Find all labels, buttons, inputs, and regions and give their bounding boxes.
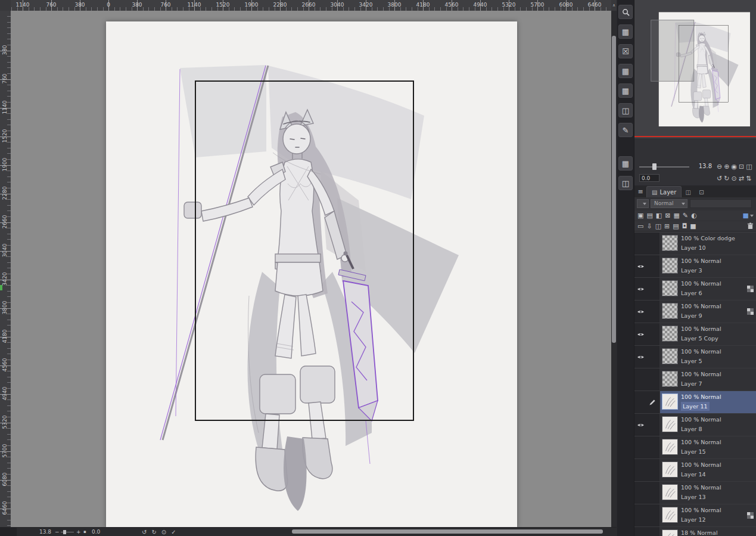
fill-layer-icon[interactable]: ■ xyxy=(690,222,696,230)
layer-row-content[interactable]: 100 % NormalLayer 3 xyxy=(660,255,756,277)
navigator-view-rect[interactable] xyxy=(651,20,694,82)
canvas-paper[interactable] xyxy=(106,21,517,527)
layer-row-content[interactable]: 100 % NormalLayer 7 xyxy=(660,368,756,391)
layer-row-content[interactable]: 100 % NormalLayer 8 xyxy=(660,414,756,436)
palette-tab-2-icon[interactable]: ◫ xyxy=(682,187,695,197)
zoom-reset-icon[interactable]: ◉ xyxy=(731,163,737,171)
flip-horizontal-icon[interactable]: ⇄ xyxy=(739,175,744,182)
zoom-out-icon[interactable]: ⊖ xyxy=(717,163,722,171)
zoom-stop-icon[interactable]: ▪ xyxy=(83,529,86,534)
edit-page-palette-icon[interactable]: ✎ xyxy=(618,123,633,137)
layer-color-icon[interactable]: ■ xyxy=(743,212,754,219)
zoom-out-button[interactable]: − xyxy=(55,529,60,535)
layer-thumbnail[interactable] xyxy=(662,303,678,319)
rotate-cw-icon[interactable]: ↻ xyxy=(151,529,156,535)
fit-canvas-icon[interactable]: ✓ xyxy=(171,529,176,535)
draft-layer-icon[interactable]: ✎ xyxy=(683,212,688,219)
layer-thumbnail[interactable] xyxy=(662,507,678,523)
layer-mask-icon[interactable]: ◧ xyxy=(656,212,662,219)
item-bank-palette-icon[interactable]: ▦ xyxy=(618,24,633,39)
layer-kind-dropdown[interactable] xyxy=(637,199,649,208)
layer-row-content[interactable]: 100 % NormalLayer 13 xyxy=(660,482,756,504)
layer-row[interactable]: 100 % NormalLayer 5 Copy xyxy=(634,323,756,346)
layer-thumbnail[interactable] xyxy=(662,326,678,342)
reset-rotation-icon[interactable]: ⊙ xyxy=(731,175,736,182)
zoom-in-icon[interactable]: ⊕ xyxy=(724,163,729,171)
navigator-zoom-slider[interactable] xyxy=(639,166,689,168)
mask-badge-icon[interactable]: ◘ xyxy=(682,222,687,230)
layer-row[interactable]: 100 % NormalLayer 11 xyxy=(634,391,756,414)
navigator-thumbnail[interactable] xyxy=(650,2,750,134)
layer-visibility-toggle[interactable] xyxy=(634,354,646,360)
layer-thumbnail[interactable] xyxy=(662,484,678,500)
layer-row-content[interactable]: 100 % Color dodgeLayer 10 xyxy=(660,233,756,255)
blend-mode-dropdown[interactable]: Normal xyxy=(651,199,687,208)
selection-launcher-icon[interactable]: ▣ xyxy=(637,212,643,219)
layer-thumbnail[interactable] xyxy=(662,416,678,432)
layer-row[interactable]: 100 % NormalLayer 8 xyxy=(634,414,756,436)
opacity-slider-strip[interactable] xyxy=(690,199,752,208)
layer-row[interactable]: 100 % NormalLayer 14 xyxy=(634,459,756,482)
delete-layer-icon[interactable] xyxy=(747,222,754,230)
canvas-viewport[interactable] xyxy=(11,11,611,527)
layer-visibility-toggle[interactable] xyxy=(634,331,646,337)
layer-row-content[interactable]: 100 % NormalLayer 5 Copy xyxy=(660,323,756,345)
rotate-ccw-icon[interactable]: ↺ xyxy=(717,175,722,182)
layer-row-content[interactable]: 100 % NormalLayer 14 xyxy=(660,459,756,481)
vertical-scrollbar[interactable] xyxy=(611,11,617,527)
layer-row-content[interactable]: 100 % NormalLayer 9 xyxy=(660,300,756,323)
layer-thumbnail[interactable] xyxy=(662,371,678,387)
duplicate-page-palette-icon[interactable]: ◫ xyxy=(618,176,633,190)
grid-palette-icon[interactable]: ▦ xyxy=(618,64,633,78)
layer-thumbnail[interactable] xyxy=(662,280,678,296)
palette-menu-icon[interactable]: ≡ xyxy=(634,188,646,197)
layer-thumbnail[interactable] xyxy=(662,529,678,536)
layer-row[interactable]: 100 % NormalLayer 3 xyxy=(634,255,756,278)
subview-palette-icon[interactable] xyxy=(618,5,633,19)
layer-thumbnail[interactable] xyxy=(662,235,678,251)
layer-visibility-toggle[interactable] xyxy=(634,264,646,269)
layer-thumbnail[interactable] xyxy=(662,439,678,455)
lock-layer-icon[interactable]: ⊠ xyxy=(665,212,670,219)
horizontal-scrollbar-thumb[interactable] xyxy=(292,529,603,534)
actual-pixels-icon[interactable]: ◫ xyxy=(746,163,752,171)
layer-row[interactable]: 100 % NormalLayer 12 xyxy=(634,504,756,527)
layer-row-content[interactable]: 100 % NormalLayer 15 xyxy=(660,436,756,458)
layer-visibility-toggle[interactable] xyxy=(634,309,646,315)
scroll-up-button[interactable]: ∧ xyxy=(611,0,617,11)
navigator-panel[interactable] xyxy=(634,0,756,138)
layer-row[interactable]: 100 % NormalLayer 7 xyxy=(634,368,756,391)
panel-list-icon[interactable]: ▭ xyxy=(637,222,643,230)
combine-copy-icon[interactable]: ◫ xyxy=(655,222,661,230)
layer-thumbnail[interactable] xyxy=(662,348,678,364)
layer-row[interactable]: 100 % NormalLayer 9 xyxy=(634,300,756,323)
layer-visibility-toggle[interactable] xyxy=(634,422,646,428)
tab-layer[interactable]: ▤ Layer xyxy=(646,186,682,197)
navigator-rotation-value[interactable]: 0.0 xyxy=(639,174,659,182)
table-palette-icon[interactable]: ▦ xyxy=(618,156,633,171)
layer-thumbnail[interactable] xyxy=(662,258,678,274)
vertical-scrollbar-thumb[interactable] xyxy=(612,36,616,343)
cell-grid-palette-icon[interactable]: ▦ xyxy=(618,83,633,98)
layer-row[interactable]: 100 % NormalLayer 5 xyxy=(634,346,756,368)
close-box-palette-icon[interactable]: ☒ xyxy=(618,44,633,58)
transfer-down-icon[interactable]: ⇩ xyxy=(646,222,652,230)
layer-row-content[interactable]: 100 % NormalLayer 11 xyxy=(660,391,756,413)
layer-visibility-toggle[interactable] xyxy=(634,286,646,292)
lock-transparent-pixels-icon[interactable]: ▦ xyxy=(673,212,679,219)
zoom-slider-handle[interactable] xyxy=(63,530,66,534)
navigator-zoom-handle[interactable] xyxy=(652,163,657,170)
new-folder-icon[interactable]: ▤ xyxy=(673,222,679,230)
layer-thumbnail[interactable] xyxy=(662,461,678,478)
layer-row-content[interactable]: 18 % Normal xyxy=(660,527,756,536)
layer-row-content[interactable]: 100 % NormalLayer 6 xyxy=(660,278,756,300)
tone-icon[interactable]: ▤ xyxy=(646,212,652,219)
reset-view-icon[interactable]: ⊙ xyxy=(161,529,166,535)
layer-row[interactable]: 100 % Color dodgeLayer 10 xyxy=(634,233,756,255)
layer-row[interactable]: 18 % Normal xyxy=(634,527,756,536)
layer-row-content[interactable]: 100 % NormalLayer 12 xyxy=(660,504,756,526)
rotate-ccw-icon[interactable]: ↺ xyxy=(142,529,147,535)
new-raster-layer-icon[interactable]: ⊞ xyxy=(664,222,670,230)
flip-vertical-icon[interactable]: ⇅ xyxy=(746,175,751,182)
copy-pages-palette-icon[interactable]: ◫ xyxy=(618,103,633,117)
